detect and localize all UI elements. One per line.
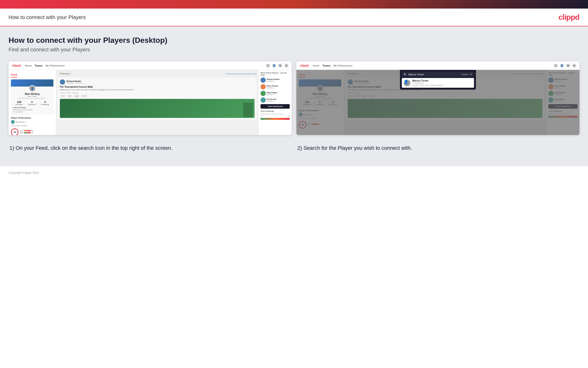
- activities-label: Activities: [16, 103, 23, 106]
- header: How to connect with your Players clippd: [0, 9, 588, 26]
- player-name-4: Eli Vincent: [267, 98, 276, 100]
- heatmap-subtitle: Shot Quality · 20 Round Trend: [261, 113, 290, 115]
- player-acts-4: Activities: 1: [267, 100, 276, 102]
- player-avatar-4: [261, 97, 266, 103]
- feed-tab-1[interactable]: Feed: [11, 73, 17, 77]
- search-result[interactable]: 👤 Marcus Turner 1.5 Handicap Cypress Poi…: [402, 78, 474, 88]
- player-avatar-2: [261, 84, 266, 89]
- poster-name: Richard Butler: [67, 80, 83, 83]
- activities-count: 129: [16, 101, 23, 103]
- latest-activity: Latest Activity Afternoon round of golf …: [13, 107, 52, 113]
- screenshot-card-2: clippd Home Teams My Performance 🔍 👤 ⚙ ●: [296, 61, 579, 135]
- user-icon-nav[interactable]: 👤: [272, 64, 276, 67]
- player-item-1: Richard Butler Activities: 7: [261, 77, 290, 83]
- latest-activity-value: Afternoon round of golf: [13, 109, 52, 111]
- nav-home[interactable]: Home: [25, 64, 32, 67]
- app-right-1: Most Active Players - Last 30 days Richa…: [258, 70, 292, 135]
- app-body-2: Feed 👤 Blair McHarg Golf Coach Mill Ride…: [296, 70, 579, 135]
- nav-my-performance[interactable]: My Performance: [46, 64, 65, 67]
- nav-home-2[interactable]: Home: [313, 64, 319, 67]
- tag-arg: ARG: [74, 95, 80, 97]
- search-box: 🔍 Marcus Turner CLEAR ✕ 👤 Marcus Turner …: [400, 70, 476, 90]
- control-link[interactable]: Control who can see your activity and da…: [225, 73, 256, 75]
- tag-ott: OTT: [60, 95, 66, 97]
- app-nav-2: clippd Home Teams My Performance 🔍 👤 ⚙ ●: [296, 61, 579, 70]
- settings-icon-nav[interactable]: ⚙: [278, 64, 282, 67]
- team-heatmap-title: Team Heatmap: [261, 110, 290, 112]
- heatmap-min: -5: [261, 115, 262, 117]
- nav-my-performance-2[interactable]: My Performance: [333, 64, 353, 67]
- ott-value: 79: [31, 130, 33, 131]
- player-performance-section: Player Performance Eli Vincent ▾ Total P…: [11, 117, 53, 135]
- followers-label: Followers: [28, 103, 36, 106]
- page-subheading: Find and connect with your Players: [9, 46, 579, 53]
- app-nav-icons-1: 🔍 👤 ⚙ ●: [266, 64, 288, 67]
- profile-card: 👤 Blair McHarg Golf Coach Mill Ride Golf…: [11, 79, 53, 115]
- player-name-3: Hiral Pujara: [267, 92, 277, 94]
- logo: clippd: [559, 13, 579, 22]
- pp-player-name: Eli Vincent: [16, 121, 25, 123]
- ott-label: OTT: [20, 130, 23, 131]
- activity-title: Pre Tournament Course Walk: [60, 86, 255, 88]
- mock-app-2: clippd Home Teams My Performance 🔍 👤 ⚙ ●: [296, 61, 579, 135]
- following-button[interactable]: Following ▾: [58, 72, 72, 76]
- search-query-text[interactable]: Marcus Turner: [408, 73, 459, 76]
- player-item-3: Hiral Pujara Activities: 3: [261, 91, 290, 96]
- screenshot-card-1: clippd Home Teams My Performance 🔍 👤 ⚙ ●: [9, 61, 292, 135]
- app-middle-1: Following ▾ Control who can see your act…: [56, 70, 258, 135]
- activity-avatar: [60, 79, 65, 85]
- poster-date: Yesterday · The Grove: [67, 83, 83, 84]
- pp-player-row: Eli Vincent ▾: [11, 120, 53, 124]
- user-icon-nav-2[interactable]: 👤: [560, 64, 564, 67]
- activity-image: [60, 99, 255, 118]
- search-result-handicap: 1.5 Handicap: [412, 82, 443, 84]
- app-logo-small-1: clippd: [12, 64, 21, 67]
- header-title: How to connect with your Players: [9, 14, 86, 20]
- app-nav-1: clippd Home Teams My Performance 🔍 👤 ⚙ ●: [9, 61, 292, 70]
- activity-tags: OTT APP ARG PUTT: [60, 95, 255, 97]
- following-row: Following ▾ Control who can see your act…: [58, 72, 256, 76]
- profile-stats: 129 Activities 3 Followers 4 Following: [13, 101, 52, 106]
- avatar-icon-nav[interactable]: ●: [284, 64, 288, 67]
- top-bar: [0, 0, 588, 9]
- nav-teams-2[interactable]: Teams: [323, 64, 331, 67]
- latest-activity-date: 27 Jul 2022: [13, 111, 52, 113]
- activity-desc: Walking the course with my coach to buil…: [60, 89, 255, 91]
- active-players-title: Most Active Players - Last 30 days: [261, 72, 290, 76]
- close-icon[interactable]: ✕: [470, 73, 472, 76]
- following-label: Following: [41, 103, 49, 106]
- search-icon-nav[interactable]: 🔍: [266, 64, 270, 67]
- quality-value: 84: [14, 131, 16, 133]
- clear-button[interactable]: CLEAR: [461, 74, 468, 76]
- pp-player-avatar: [11, 120, 15, 124]
- page-heading: How to connect with your Players (Deskto…: [9, 36, 579, 45]
- app-nav-items-2: Home Teams My Performance: [313, 64, 352, 67]
- latest-label: Latest Activity: [13, 107, 52, 109]
- heatmap-bar: [261, 118, 290, 120]
- search-result-club: Cypress Point Club, United Kingdom: [412, 84, 443, 86]
- screenshots-row: clippd Home Teams My Performance 🔍 👤 ⚙ ●: [9, 61, 579, 135]
- player-acts-3: Activities: 3: [267, 94, 277, 95]
- nav-teams[interactable]: Teams: [35, 64, 43, 67]
- quality-label: Total Player Quality: [11, 125, 53, 127]
- avatar-icon-nav-2[interactable]: ●: [572, 64, 576, 67]
- app-nav-items-1: Home Teams My Performance: [25, 64, 65, 67]
- search-icon-nav-2[interactable]: 🔍: [554, 64, 558, 67]
- following-count: 4: [41, 101, 49, 103]
- team-dashboard-btn[interactable]: Team Dashboard: [261, 104, 290, 109]
- heatmap-max: +5: [288, 115, 290, 117]
- search-overlay: 🔍 Marcus Turner CLEAR ✕ 👤 Marcus Turner …: [296, 70, 579, 135]
- profile-name: Blair McHarg: [13, 93, 52, 95]
- activity-duration: Duration 02 hr : 00 min: [60, 92, 255, 94]
- app-label: APP: [20, 132, 23, 134]
- profile-role: Golf Coach: [13, 95, 52, 97]
- player-item-4: Eli Vincent Activities: 1: [261, 97, 290, 103]
- search-result-avatar: 👤: [404, 80, 410, 86]
- tag-putt: PUTT: [81, 95, 88, 97]
- search-input-row: 🔍 Marcus Turner CLEAR ✕: [402, 72, 474, 77]
- footer: Copyright Clippd 2022: [0, 166, 588, 179]
- player-name-2: Piers Parnell: [267, 85, 278, 87]
- player-avatar-1: [261, 77, 266, 83]
- search-result-name: Marcus Turner: [412, 79, 443, 82]
- settings-icon-nav-2[interactable]: ⚙: [566, 64, 570, 67]
